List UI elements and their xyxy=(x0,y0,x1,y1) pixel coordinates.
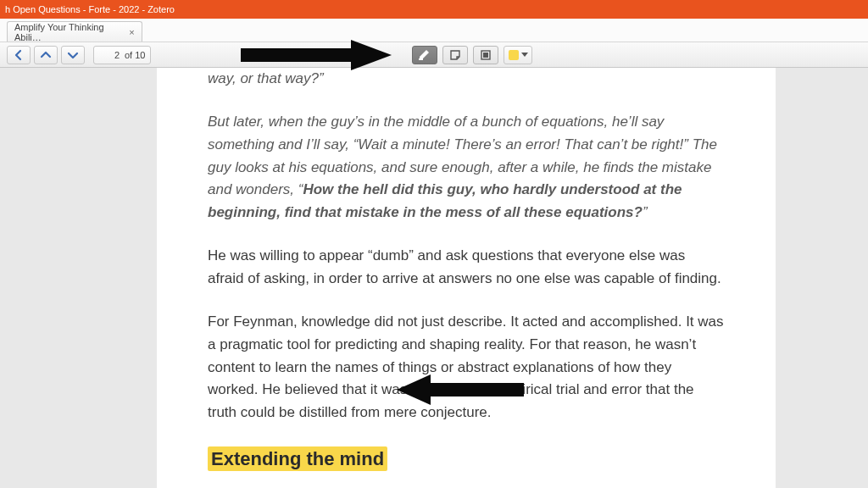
body-text: He was willing to appear “dumb” and ask … xyxy=(208,245,725,291)
tab-bar: Amplify Your Thinking Abili… × xyxy=(0,19,868,42)
color-swatch-icon xyxy=(509,50,519,60)
svg-rect-2 xyxy=(483,53,488,58)
arrow-left-icon xyxy=(13,49,25,61)
body-text: But later, when the guy’s in the middle … xyxy=(208,111,725,225)
tab-active[interactable]: Amplify Your Thinking Abili… × xyxy=(7,21,142,42)
select-area-icon xyxy=(480,49,492,61)
svg-rect-0 xyxy=(419,58,423,60)
window-title-bar: h Open Questions - Forte - 2022 - Zotero xyxy=(0,0,868,19)
note-tool-button[interactable] xyxy=(442,46,468,64)
highlighted-heading[interactable]: Extending the mind xyxy=(208,446,387,471)
nav-up-button[interactable] xyxy=(34,46,58,64)
tab-label: Amplify Your Thinking Abili… xyxy=(14,22,122,42)
sticky-note-icon xyxy=(449,49,461,61)
section-heading-row: Extending the mind xyxy=(208,445,725,474)
document-content: way, or that way?” But later, when the g… xyxy=(157,68,776,488)
nav-down-button[interactable] xyxy=(61,46,85,64)
nav-back-button[interactable] xyxy=(7,46,31,64)
highlighter-icon xyxy=(418,49,431,61)
annotation-color-button[interactable] xyxy=(504,46,532,64)
page-number-input[interactable] xyxy=(99,49,121,61)
body-text: For Feynman, knowledge did not just desc… xyxy=(208,311,725,424)
chevron-down-icon xyxy=(521,53,528,57)
highlight-tool-button[interactable] xyxy=(412,46,437,64)
arrow-down-icon xyxy=(67,49,79,61)
reader-toolbar: of 10 xyxy=(0,42,868,68)
arrow-up-icon xyxy=(40,49,52,61)
close-icon[interactable]: × xyxy=(127,27,136,37)
window-title: h Open Questions - Forte - 2022 - Zotero xyxy=(5,4,175,14)
body-text: way, or that way?” xyxy=(208,68,725,91)
pdf-viewer: way, or that way?” But later, when the g… xyxy=(0,68,868,488)
page-indicator[interactable]: of 10 xyxy=(93,46,151,64)
area-tool-button[interactable] xyxy=(473,46,498,64)
pdf-page: way, or that way?” But later, when the g… xyxy=(157,68,776,488)
page-total-label: of 10 xyxy=(125,50,145,60)
annotation-tool-group xyxy=(412,46,532,64)
